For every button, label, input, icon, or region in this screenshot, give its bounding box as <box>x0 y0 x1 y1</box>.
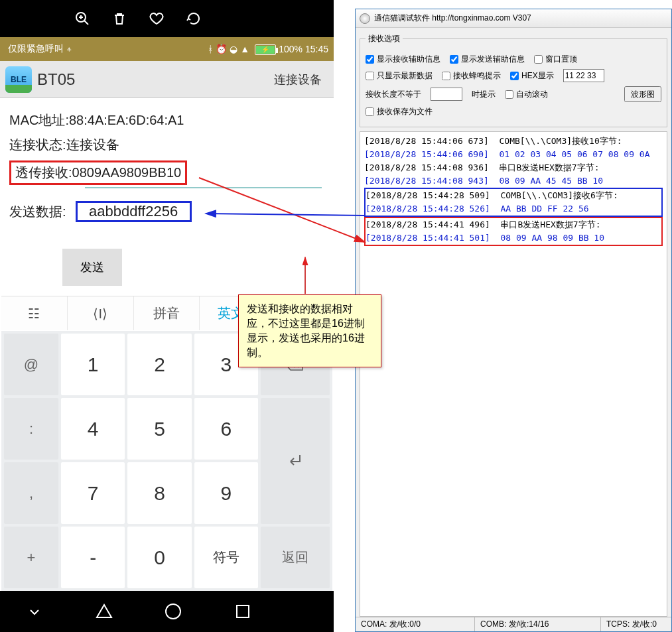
key-return[interactable]: 返回 <box>261 527 330 588</box>
chk-show-send-aux[interactable]: 显示发送辅助信息 <box>450 54 525 65</box>
log-line: [2018/8/28 15:44:08 936] 串口B发送HEX数据7字节: <box>364 161 663 174</box>
bluetooth-icon: ᚼ <box>208 44 213 54</box>
log-line: [2018/8/28 15:44:41 496] 串口B发送HEX数据7字节: <box>366 218 661 231</box>
log-line: [2018/8/28 15:44:41 501] 08 09 AA 98 09 … <box>366 231 661 245</box>
received-data-box: 透传接收:0809AA9809BB10 <box>9 160 187 185</box>
android-status-bar: 仅限紧急呼叫 ⍏ ᚼ ⏰ ◒ ▲ ⚡ 100% 15:45 <box>0 37 334 61</box>
ime-cursor-icon[interactable]: ⟨I⟩ <box>68 296 134 330</box>
log-line: [2018/8/28 15:44:06 690] 01 02 03 04 05 … <box>364 148 663 161</box>
refresh-icon[interactable] <box>175 0 212 37</box>
svg-point-4 <box>166 604 180 619</box>
key-comma[interactable]: , <box>4 462 58 524</box>
key-0[interactable]: 0 <box>127 527 191 588</box>
trash-icon[interactable] <box>101 0 138 37</box>
chk-show-latest[interactable]: 只显示最新数据 <box>366 70 433 82</box>
key-symbol[interactable]: 符号 <box>194 527 258 588</box>
serial-debug-window: 通信猫调试软件 http://tongxinmao.com V307 接收选项 … <box>355 9 672 632</box>
connect-device-button[interactable]: 连接设备 <box>267 72 328 88</box>
key-8[interactable]: 8 <box>127 462 191 524</box>
log-line: [2018/8/28 15:44:28 526] AA BB DD FF 22 … <box>366 202 661 216</box>
status-comb: COMB: 发/收:14/16 <box>475 617 601 631</box>
battery-pct: 100% <box>279 44 302 54</box>
send-button[interactable]: 发送 <box>62 249 122 286</box>
status-tcps: TCPS: 发/收:0 <box>601 617 671 631</box>
key-7[interactable]: 7 <box>61 462 125 524</box>
wifi-icon: ◒ <box>230 44 237 54</box>
key-9[interactable]: 9 <box>194 462 258 524</box>
annotation-callout: 发送和接收的数据相对应，不过这里都是16进制显示，发送也采用的16进制。 <box>238 294 381 367</box>
numeric-keypad: @ 1 2 3 : 4 5 6 , 7 8 9 + - 0 符号 返回 <box>1 331 332 591</box>
window-statusbar: COMA: 发/收:0/0 COMB: 发/收:14/16 TCPS: 发/收:… <box>356 617 671 631</box>
android-nav-bar <box>0 591 334 632</box>
log-line: [2018/8/28 15:44:06 673] COMB[\\.\COM3]接… <box>364 135 663 148</box>
nav-home-icon[interactable] <box>163 601 183 621</box>
status-coma: COMA: 发/收:0/0 <box>356 617 475 631</box>
len-neq-input[interactable] <box>431 88 462 101</box>
app-logo: BLE <box>5 66 32 93</box>
svg-line-1 <box>84 21 88 25</box>
receive-options-group: 接收选项 显示接收辅助信息 显示发送辅助信息 窗口置顶 只显示最新数据 接收蜂鸣… <box>360 33 667 127</box>
key-colon[interactable]: : <box>4 398 58 460</box>
battery-icon: ⚡ <box>252 43 276 54</box>
send-data-label: 发送数据: <box>9 203 66 221</box>
log-panel[interactable]: [2018/8/28 15:44:06 673] COMB[\\.\COM3]接… <box>360 131 667 617</box>
ime-grid-icon[interactable]: ☷ <box>1 296 68 330</box>
len-hint-label: 时提示 <box>472 89 496 100</box>
carrier-label: 仅限紧急呼叫 <box>8 43 64 55</box>
key-6[interactable]: 6 <box>194 398 258 460</box>
nav-recent-icon[interactable] <box>233 601 253 621</box>
alarm-icon: ⏰ <box>216 44 227 54</box>
len-neq-label: 接收长度不等于 <box>366 89 421 100</box>
nav-collapse-icon[interactable] <box>25 601 44 621</box>
chk-save-file[interactable]: 接收保存为文件 <box>366 106 433 117</box>
connection-state-label: 连接状态:连接设备 <box>9 136 324 154</box>
window-title: 通信猫调试软件 http://tongxinmao.com V307 <box>374 13 531 24</box>
heart-icon[interactable] <box>138 0 175 37</box>
receive-options-legend: 接收选项 <box>366 33 403 44</box>
chk-hex-display[interactable]: HEX显示 <box>510 70 554 82</box>
log-line: [2018/8/28 15:44:28 509] COMB[\\.\COM3]接… <box>366 189 661 202</box>
emulator-toolbar <box>0 0 334 37</box>
key-dash[interactable]: - <box>61 527 125 588</box>
zoom-in-icon[interactable] <box>64 0 101 37</box>
key-at[interactable]: @ <box>4 334 58 395</box>
chk-show-recv-aux[interactable]: 显示接收辅助信息 <box>366 54 440 65</box>
wifi-signal-icon: ▲ <box>240 44 249 54</box>
key-5[interactable]: 5 <box>127 398 191 460</box>
usb-icon: ⍏ <box>66 44 72 54</box>
key-2[interactable]: 2 <box>127 334 191 395</box>
app-header: BLE BT05 连接设备 <box>0 61 334 98</box>
key-plus[interactable]: + <box>4 527 58 588</box>
log-line: [2018/8/28 15:44:08 943] 08 09 AA 45 45 … <box>364 174 663 188</box>
svg-rect-5 <box>237 605 249 617</box>
app-title: BT05 <box>37 70 267 89</box>
window-titlebar[interactable]: 通信猫调试软件 http://tongxinmao.com V307 <box>356 9 671 28</box>
clock: 15:45 <box>305 44 328 54</box>
key-1[interactable]: 1 <box>61 334 125 395</box>
mac-address-label: MAC地址:88:4A:EA:6D:64:A1 <box>9 111 324 129</box>
chk-beep[interactable]: 接收蜂鸣提示 <box>442 70 501 82</box>
send-data-input[interactable]: aabbddff2256 <box>76 201 192 222</box>
nav-back-icon[interactable] <box>94 601 114 621</box>
chk-autoscroll[interactable]: 自动滚动 <box>505 89 548 100</box>
app-icon <box>360 13 370 24</box>
hex-filter-input[interactable] <box>563 69 604 82</box>
waveform-button[interactable]: 波形图 <box>624 86 661 102</box>
ime-tab-pinyin[interactable]: 拼音 <box>134 296 200 330</box>
key-4[interactable]: 4 <box>61 398 125 460</box>
chk-topmost[interactable]: 窗口置顶 <box>534 54 577 65</box>
key-enter[interactable] <box>261 398 330 524</box>
